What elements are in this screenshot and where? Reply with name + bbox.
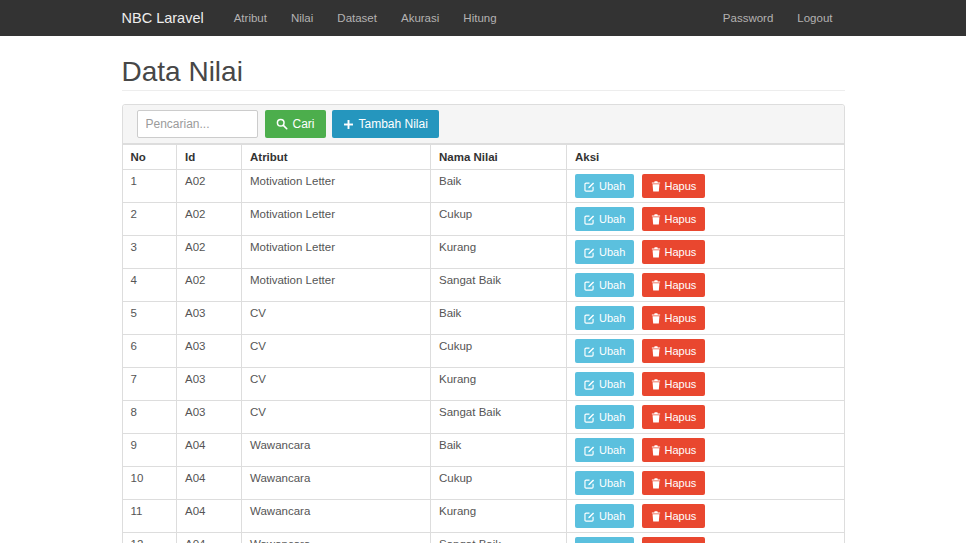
hapus-button-label: Hapus (665, 279, 697, 291)
ubah-button[interactable]: Ubah (575, 504, 634, 528)
edit-icon (584, 346, 595, 357)
cell-id: A04 (177, 434, 242, 467)
hapus-button-label: Hapus (665, 213, 697, 225)
brand[interactable]: NBC Laravel (122, 0, 204, 36)
edit-icon (584, 412, 595, 423)
cell-atribut: Wawancara (242, 533, 431, 543)
nav-item-hitung[interactable]: Hitung (451, 0, 508, 36)
ubah-button[interactable]: Ubah (575, 339, 634, 363)
nav-item-password[interactable]: Password (711, 0, 786, 36)
hapus-button[interactable]: Hapus (642, 174, 706, 198)
cari-button[interactable]: Cari (265, 110, 326, 138)
cell-atribut: Wawancara (242, 467, 431, 500)
page-title: Data Nilai (122, 57, 845, 87)
trash-icon (651, 214, 661, 225)
cell-no: 10 (123, 467, 177, 500)
cell-no: 6 (123, 335, 177, 368)
trash-icon (651, 412, 661, 423)
table-row: 7 A03 CV Kurang Ubah (123, 368, 844, 401)
trash-icon (651, 346, 661, 357)
cell-id: A04 (177, 467, 242, 500)
nav-item-nilai[interactable]: Nilai (279, 0, 325, 36)
cell-atribut: CV (242, 401, 431, 434)
cell-aksi: Ubah Hapus (567, 302, 844, 335)
data-panel: Cari Tambah Nilai No Id Atribut Nama N (122, 104, 845, 543)
table-row: 12 A04 Wawancara Sangat Baik Ubah (123, 533, 844, 543)
ubah-button[interactable]: Ubah (575, 240, 634, 264)
ubah-button[interactable]: Ubah (575, 207, 634, 231)
cell-aksi: Ubah Hapus (567, 434, 844, 467)
cell-nama-nilai: Kurang (431, 368, 567, 401)
hapus-button[interactable]: Hapus (642, 471, 706, 495)
ubah-button[interactable]: Ubah (575, 438, 634, 462)
trash-icon (651, 181, 661, 192)
nav-item-dataset[interactable]: Dataset (325, 0, 389, 36)
hapus-button[interactable]: Hapus (642, 504, 706, 528)
page-header-divider (122, 90, 845, 91)
column-header-aksi: Aksi (567, 145, 844, 170)
tambah-nilai-button[interactable]: Tambah Nilai (332, 110, 439, 138)
cell-id: A02 (177, 203, 242, 236)
ubah-button[interactable]: Ubah (575, 405, 634, 429)
table-row: 6 A03 CV Cukup Ubah (123, 335, 844, 368)
nav-item-atribut[interactable]: Atribut (222, 0, 279, 36)
ubah-button[interactable]: Ubah (575, 537, 634, 543)
trash-icon (651, 379, 661, 390)
cell-aksi: Ubah Hapus (567, 335, 844, 368)
cell-no: 12 (123, 533, 177, 543)
search-input[interactable] (137, 110, 258, 138)
trash-icon (651, 313, 661, 324)
trash-icon (651, 511, 661, 522)
ubah-button[interactable]: Ubah (575, 273, 634, 297)
cell-no: 5 (123, 302, 177, 335)
hapus-button[interactable]: Hapus (642, 339, 706, 363)
ubah-button-label: Ubah (599, 477, 625, 489)
edit-icon (584, 511, 595, 522)
navbar: NBC Laravel Atribut Nilai Dataset Akuras… (0, 0, 966, 36)
hapus-button[interactable]: Hapus (642, 240, 706, 264)
ubah-button[interactable]: Ubah (575, 174, 634, 198)
cell-aksi: Ubah Hapus (567, 500, 844, 533)
table-row: 4 A02 Motivation Letter Sangat Baik Ubah (123, 269, 844, 302)
trash-icon (651, 247, 661, 258)
nav-item-logout[interactable]: Logout (785, 0, 844, 36)
ubah-button[interactable]: Ubah (575, 471, 634, 495)
ubah-button-label: Ubah (599, 279, 625, 291)
ubah-button-label: Ubah (599, 510, 625, 522)
hapus-button[interactable]: Hapus (642, 372, 706, 396)
table-row: 9 A04 Wawancara Baik Ubah (123, 434, 844, 467)
cell-aksi: Ubah Hapus (567, 401, 844, 434)
cell-id: A04 (177, 533, 242, 543)
hapus-button[interactable]: Hapus (642, 306, 706, 330)
cell-no: 2 (123, 203, 177, 236)
ubah-button-label: Ubah (599, 312, 625, 324)
hapus-button[interactable]: Hapus (642, 438, 706, 462)
cell-aksi: Ubah Hapus (567, 467, 844, 500)
table-row: 8 A03 CV Sangat Baik Ubah (123, 401, 844, 434)
cell-nama-nilai: Sangat Baik (431, 533, 567, 543)
cell-nama-nilai: Cukup (431, 203, 567, 236)
ubah-button[interactable]: Ubah (575, 372, 634, 396)
hapus-button[interactable]: Hapus (642, 405, 706, 429)
cell-atribut: Wawancara (242, 500, 431, 533)
cell-id: A02 (177, 170, 242, 203)
cell-aksi: Ubah Hapus (567, 203, 844, 236)
table-row: 1 A02 Motivation Letter Baik Ubah (123, 170, 844, 203)
hapus-button-label: Hapus (665, 345, 697, 357)
hapus-button[interactable]: Hapus (642, 273, 706, 297)
hapus-button[interactable]: Hapus (642, 537, 706, 543)
cell-aksi: Ubah Hapus (567, 170, 844, 203)
hapus-button[interactable]: Hapus (642, 207, 706, 231)
ubah-button-label: Ubah (599, 213, 625, 225)
column-header-id: Id (177, 145, 242, 170)
table-row: 2 A02 Motivation Letter Cukup Ubah (123, 203, 844, 236)
plus-icon (343, 119, 354, 130)
ubah-button-label: Ubah (599, 411, 625, 423)
ubah-button[interactable]: Ubah (575, 306, 634, 330)
ubah-button-label: Ubah (599, 378, 625, 390)
table-row: 5 A03 CV Baik Ubah (123, 302, 844, 335)
edit-icon (584, 379, 595, 390)
cell-no: 8 (123, 401, 177, 434)
cell-atribut: Motivation Letter (242, 203, 431, 236)
nav-item-akurasi[interactable]: Akurasi (389, 0, 451, 36)
